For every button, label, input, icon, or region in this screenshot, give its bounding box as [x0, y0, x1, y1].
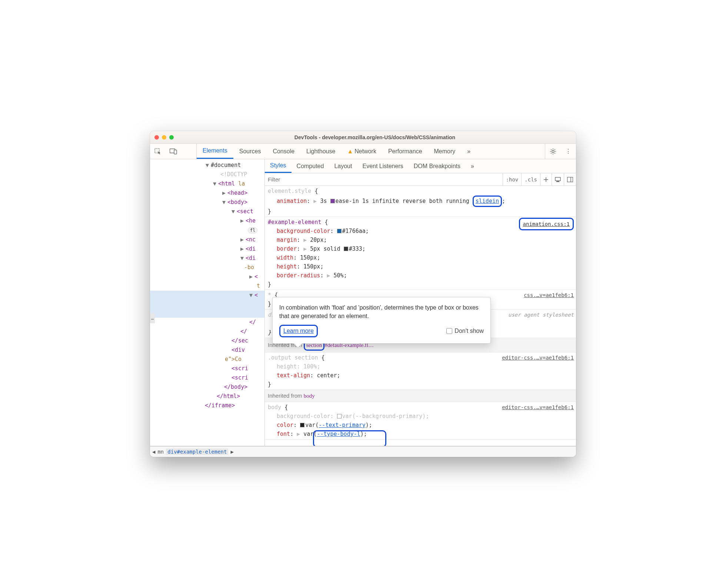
rule-output-section[interactable]: editor-css.…v=ae1feb6:1 .output section …	[265, 353, 576, 390]
val-ease: ease-in	[336, 198, 359, 204]
subtab-styles[interactable]: Styles	[265, 159, 292, 173]
swatch-border[interactable]	[344, 247, 348, 251]
subtab-event-listeners[interactable]: Event Listeners	[357, 159, 408, 173]
minimize-window-icon[interactable]	[162, 135, 166, 140]
close-window-icon[interactable]	[154, 135, 159, 140]
dom-lt[interactable]: <	[254, 273, 258, 280]
dom-section[interactable]: <sect	[237, 208, 253, 215]
svg-rect-14	[567, 177, 573, 182]
source-ua: user agent stylesheet	[508, 310, 574, 319]
dom-div-open[interactable]: <div	[232, 347, 245, 353]
val-border2: #333	[349, 245, 362, 252]
dom-iframe-close[interactable]: </iframe>	[205, 402, 235, 409]
dom-e-co: e">Co	[225, 356, 242, 363]
prop-body-font[interactable]: font	[277, 431, 290, 437]
dom-scri1[interactable]: <scri	[232, 365, 248, 372]
prop-border[interactable]: border	[277, 245, 297, 252]
subtab-computed[interactable]: Computed	[292, 159, 329, 173]
checkbox-icon[interactable]	[446, 328, 452, 334]
new-rule-icon[interactable]	[540, 173, 552, 186]
dots-badge: …	[150, 313, 155, 323]
prop-h[interactable]: height	[277, 363, 297, 370]
val-var1e: )	[366, 422, 369, 428]
learn-more-link[interactable]: Learn more	[283, 328, 314, 334]
svg-line-9	[555, 153, 555, 154]
device-toggle-icon[interactable]	[166, 144, 181, 159]
subtab-layout[interactable]: Layout	[329, 159, 357, 173]
tab-lighthouse[interactable]: Lighthouse	[300, 144, 341, 159]
gear-icon[interactable]	[545, 144, 560, 159]
prop-bg[interactable]: background-color	[277, 228, 330, 234]
dom-header[interactable]: <he	[246, 217, 256, 224]
filter-input[interactable]	[265, 173, 503, 186]
dom-document[interactable]: #document	[211, 162, 241, 168]
dom-di2[interactable]: <di	[246, 255, 256, 261]
prop-radius[interactable]: border-radius	[277, 272, 320, 279]
link-type-body-l[interactable]: --type-body-l	[317, 431, 360, 437]
computed-toggle-icon[interactable]	[552, 173, 564, 186]
rule-example-element[interactable]: animation.css:1 #example-element { backg…	[265, 217, 576, 290]
tab-performance[interactable]: Performance	[382, 144, 428, 159]
prop-body-bg[interactable]: background-color	[277, 413, 330, 420]
crumb-prev-icon[interactable]: ◀	[152, 449, 155, 455]
source-link-body[interactable]: editor-css.…v=ae1feb6:1	[502, 403, 574, 412]
dom-html-close[interactable]: </html>	[217, 393, 240, 400]
swatch-body-color[interactable]	[300, 423, 304, 427]
kebab-icon[interactable]: ⋮	[560, 144, 576, 159]
hov-button[interactable]: :hov	[503, 173, 522, 186]
prop-width[interactable]: width	[277, 254, 293, 261]
dom-sec-close[interactable]: </sec	[232, 337, 248, 344]
prop-height[interactable]: height	[277, 263, 297, 270]
swatch-bg[interactable]	[337, 229, 342, 233]
dom-head[interactable]: <head>	[227, 190, 247, 196]
tab-network-label: Network	[354, 148, 376, 155]
cls-button[interactable]: .cls	[521, 173, 540, 186]
inspect-icon[interactable]	[150, 144, 166, 159]
tab-console[interactable]: Console	[267, 144, 300, 159]
dom-nc[interactable]: <nc	[246, 236, 256, 243]
crumb-selector[interactable]: #example-element	[177, 449, 227, 455]
dom-close-a[interactable]: </	[249, 319, 256, 325]
dom-html[interactable]: <html	[218, 180, 235, 187]
dom-fl-badge[interactable]: fl	[248, 227, 257, 233]
svg-line-8	[551, 149, 552, 150]
crumb-div[interactable]: div	[167, 449, 177, 455]
dom-scri2[interactable]: <scri	[232, 374, 248, 381]
dont-show-checkbox[interactable]: Don't show	[446, 327, 484, 335]
prop-ta[interactable]: text-align	[277, 372, 310, 379]
zoom-window-icon[interactable]	[169, 135, 174, 140]
inh-body-tag[interactable]: body	[304, 393, 315, 399]
prop-animation[interactable]: animation	[277, 198, 307, 204]
dom-body[interactable]: <body>	[227, 199, 247, 206]
dom-body-close[interactable]: </body>	[224, 384, 247, 390]
dom-tree[interactable]: … ▼#document <!DOCTYP ▼<html la ▶<head> …	[150, 159, 265, 446]
prop-body-color[interactable]: color	[277, 422, 293, 428]
dom-doctype[interactable]: <!DOCTYP	[220, 171, 247, 178]
tab-sources[interactable]: Sources	[233, 144, 267, 159]
rule-body[interactable]: editor-css.…v=ae1feb6:1 body { backgroun…	[265, 402, 576, 440]
tab-elements[interactable]: Elements	[197, 144, 233, 159]
tab-memory[interactable]: Memory	[428, 144, 462, 159]
sidebar-toggle-icon[interactable]	[564, 173, 576, 186]
breadcrumb[interactable]: ◀ mn div#example-element ▶	[150, 446, 576, 457]
source-link-animation-css[interactable]: animation.css:1	[519, 218, 574, 230]
link-text-primary[interactable]: --text-primary	[319, 422, 365, 428]
val-3s: 3s	[320, 198, 327, 204]
crumb-mn[interactable]: mn	[157, 449, 164, 455]
dom-selected[interactable]: <	[254, 292, 258, 298]
prop-margin[interactable]: margin	[277, 237, 297, 243]
easing-icon[interactable]	[330, 199, 335, 203]
tab-network[interactable]: ▲Network	[341, 144, 382, 159]
more-tabs-icon[interactable]: »	[461, 144, 476, 159]
source-link-output[interactable]: editor-css.…v=ae1feb6:1	[502, 353, 574, 362]
source-link-star[interactable]: css.…v=ae1feb6:1	[524, 291, 574, 300]
crumb-next-icon[interactable]: ▶	[230, 449, 233, 455]
val-height: 150px	[303, 263, 320, 270]
dom-di[interactable]: <di	[246, 245, 256, 252]
swatch-body-bg[interactable]	[337, 414, 342, 418]
dom-close-b[interactable]: </	[240, 328, 247, 335]
rule-element-style[interactable]: element.style { animation: ▶ 3s ease-in …	[265, 186, 576, 217]
subtab-more-icon[interactable]: »	[466, 159, 479, 173]
val-slidein-link[interactable]: slidein	[476, 198, 499, 204]
subtab-dom-breakpoints[interactable]: DOM Breakpoints	[409, 159, 466, 173]
